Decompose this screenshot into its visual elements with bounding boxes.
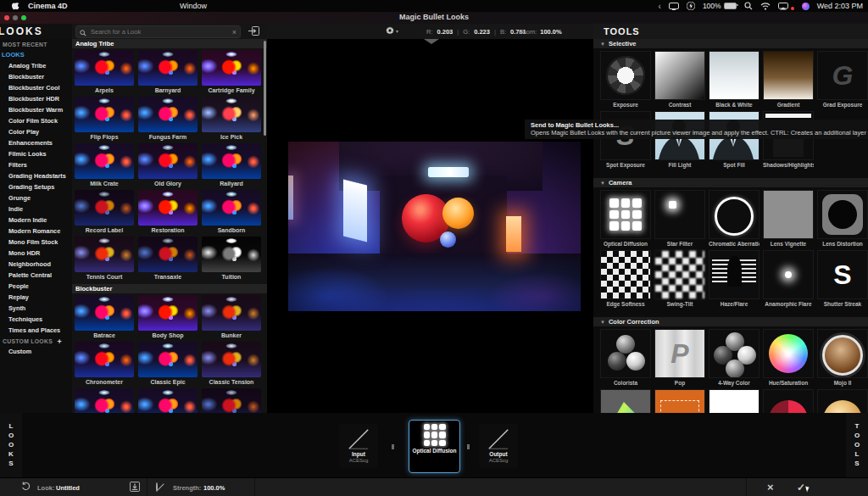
panel-handle-icon[interactable] [424, 39, 439, 44]
battery-indicator[interactable]: 100% [703, 2, 737, 10]
tool-contrast[interactable]: Contrast [654, 51, 705, 109]
look-classic-tension[interactable]: Classic Tension [202, 342, 261, 387]
tool-partial[interactable] [763, 389, 814, 413]
sidebar-item-neighborhood[interactable]: Neighborhood [0, 259, 72, 270]
sidebar-item-techniques[interactable]: Techniques [0, 314, 72, 325]
look-arpels[interactable]: Arpels [75, 50, 134, 96]
look-cartridge-family[interactable]: Cartridge Family [202, 50, 261, 96]
tool-haze-flare[interactable]: Haze/Flare [709, 250, 760, 309]
tool-optical-diffusion[interactable]: Optical Diffusion [600, 190, 651, 248]
look-milk-crate[interactable]: Milk Crate [75, 143, 134, 189]
look-ice-pick[interactable]: Ice Pick [202, 97, 261, 142]
look-batrace[interactable]: Batrace [75, 295, 134, 341]
spotlight-icon[interactable] [744, 2, 753, 10]
zoom-readout[interactable]: Zoom: 100.0% [519, 28, 562, 36]
sidebar-item-grunge[interactable]: Grunge [0, 192, 72, 203]
tool-colorista[interactable]: Colorista [600, 329, 651, 387]
look-partial[interactable] [138, 388, 198, 413]
look-bunker[interactable]: Bunker [202, 295, 261, 341]
sidebar-item-synth[interactable]: Synth [0, 303, 72, 314]
bolt-icon[interactable] [687, 2, 695, 10]
sidebar-item-enhancements[interactable]: Enhancements [0, 137, 72, 148]
confirm-button[interactable]: ✓ [797, 482, 805, 493]
menubar-app-name[interactable]: Cinema 4D [28, 2, 68, 10]
look-old-glory[interactable]: Old Glory [138, 143, 198, 189]
look-partial[interactable] [75, 388, 134, 413]
chevron-left-icon[interactable]: ‹ [659, 2, 661, 11]
menubar-window-menu[interactable]: Window [180, 2, 207, 10]
tool-lens-distortion[interactable]: Lens Distortion [817, 190, 868, 248]
chain-node-input[interactable]: InputACEScg [339, 424, 378, 468]
tool-4-way-color[interactable]: 4-Way Color [709, 329, 760, 387]
sidebar-item-people[interactable]: People [0, 281, 72, 292]
sidebar-item-modern-romance[interactable]: Modern Romance [0, 226, 72, 237]
tool-star-filter[interactable]: Star Filter [654, 190, 705, 248]
tool-black-white[interactable]: Black & White [709, 51, 760, 109]
disable-strength-icon[interactable] [156, 483, 158, 491]
siri-icon[interactable] [802, 3, 810, 10]
look-fungus-farm[interactable]: Fungus Farm [138, 97, 198, 142]
tool-partial[interactable] [654, 389, 705, 413]
look-railyard[interactable]: Railyard [202, 143, 261, 189]
look-classic-epic[interactable]: Classic Epic [138, 342, 198, 387]
sidebar-item-mono-film-stock[interactable]: Mono Film Stock [0, 237, 72, 248]
preview-viewport[interactable] [267, 39, 593, 413]
tool-swing-tilt[interactable]: Swing-Tilt [654, 250, 705, 309]
tool-section-header-selective[interactable]: ▼Selective [593, 39, 868, 48]
strength-value[interactable]: 100.0% [203, 484, 225, 492]
tool-grad-exposure[interactable]: GGrad Exposure [817, 51, 868, 109]
tool-partial[interactable] [817, 389, 868, 413]
sidebar-item-blockbuster-hdr[interactable]: Blockbuster HDR [0, 93, 72, 104]
look-flip-flops[interactable]: Flip Flops [75, 97, 134, 142]
chain-node-output[interactable]: OutputACEScg [479, 424, 518, 468]
tool-pop[interactable]: PPop [654, 329, 705, 387]
look-body-shop[interactable]: Body Shop [138, 295, 198, 341]
tool-mojo-ii[interactable]: Mojo II [817, 329, 868, 387]
look-partial[interactable] [202, 388, 261, 413]
sidebar-item-grading-headstarts[interactable]: Grading Headstarts [0, 170, 72, 181]
wifi-icon[interactable] [760, 3, 771, 10]
sidebar-item-times-and-places[interactable]: Times and Places [0, 325, 72, 336]
search-input[interactable] [89, 27, 232, 36]
sidebar-item-filters[interactable]: Filters [0, 159, 72, 170]
look-tennis-court[interactable]: Tennis Court [75, 237, 134, 282]
clear-search-icon[interactable]: × [232, 28, 236, 36]
sidebar-item-filmic-looks[interactable]: Filmic Looks [0, 148, 72, 159]
apple-icon[interactable] [12, 2, 19, 11]
look-name[interactable]: Untitled [56, 484, 80, 492]
tool-exposure[interactable]: Exposure [600, 51, 651, 109]
look-record-label[interactable]: Record Label [75, 190, 134, 236]
look-sandborn[interactable]: Sandborn [202, 190, 261, 236]
browser-scrollbar[interactable] [264, 41, 266, 136]
sidebar-item-blockbuster[interactable]: Blockbuster [0, 71, 72, 82]
sidebar-item-custom[interactable]: Custom [0, 346, 72, 357]
look-transaxle[interactable]: Transaxle [138, 237, 198, 282]
look-restoration[interactable]: Restoration [138, 190, 198, 236]
preview-settings-button[interactable]: ▾ [386, 26, 398, 35]
display-icon[interactable] [669, 3, 679, 10]
menubar-clock[interactable]: Wed 2:03 PM [817, 2, 863, 10]
screen-mirroring-icon[interactable] [778, 3, 788, 10]
look-search-box[interactable]: × [75, 25, 241, 38]
add-custom-look-button[interactable]: + [57, 337, 62, 346]
sidebar-item-color-film-stock[interactable]: Color Film Stock [0, 115, 72, 126]
reset-look-icon[interactable] [21, 482, 31, 493]
tool-partial[interactable] [600, 389, 651, 413]
sidebar-item-blockbuster-warm[interactable]: Blockbuster Warm [0, 104, 72, 115]
tool-gradient[interactable]: Gradient [763, 51, 814, 109]
sidebar-item-mono-hdr[interactable]: Mono HDR [0, 248, 72, 259]
look-tuition[interactable]: Tuition [202, 237, 261, 282]
sidebar-item-color-play[interactable]: Color Play [0, 126, 72, 137]
tool-edge-softness[interactable]: Edge Softness [600, 250, 651, 309]
sidebar-item-grading-setups[interactable]: Grading Setups [0, 181, 72, 192]
import-look-button[interactable] [248, 25, 260, 36]
look-barnyard[interactable]: Barnyard [138, 50, 198, 96]
sidebar-item-indie[interactable]: Indie [0, 203, 72, 215]
tool-hue-saturation[interactable]: Hue/Saturation [763, 329, 814, 387]
sidebar-item-blockbuster-cool[interactable]: Blockbuster Cool [0, 82, 72, 93]
tool-shutter-streak[interactable]: SShutter Streak [817, 250, 868, 309]
tool-lens-vignette[interactable]: Lens Vignette [763, 190, 814, 248]
look-chronometer[interactable]: Chronometer [75, 342, 134, 387]
sidebar-item-palette-central[interactable]: Palette Central [0, 270, 72, 281]
tool-section-header-camera[interactable]: ▼Camera [593, 178, 868, 187]
